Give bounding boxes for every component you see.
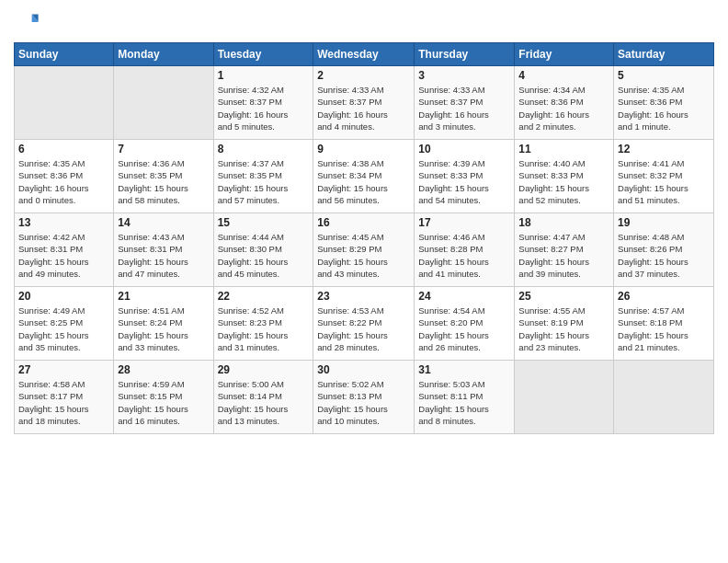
logo-icon [14, 9, 40, 35]
day-info: Sunrise: 4:32 AM Sunset: 8:37 PM Dayligh… [218, 84, 310, 132]
day-number: 4 [518, 69, 609, 82]
day-info: Sunrise: 4:36 AM Sunset: 8:35 PM Dayligh… [118, 157, 209, 206]
day-cell: 14Sunrise: 4:43 AM Sunset: 8:31 PM Dayli… [114, 213, 213, 287]
day-number: 29 [218, 363, 310, 376]
day-number: 28 [118, 363, 209, 376]
day-number: 11 [518, 143, 609, 155]
day-number: 14 [118, 216, 209, 229]
day-number: 30 [317, 363, 410, 376]
day-info: Sunrise: 4:51 AM Sunset: 8:24 PM Dayligh… [118, 304, 209, 353]
day-number: 16 [317, 216, 410, 229]
day-cell [114, 66, 213, 140]
day-info: Sunrise: 4:53 AM Sunset: 8:22 PM Dayligh… [317, 304, 410, 353]
day-cell: 17Sunrise: 4:46 AM Sunset: 8:28 PM Dayli… [415, 213, 515, 287]
day-info: Sunrise: 4:35 AM Sunset: 8:36 PM Dayligh… [18, 157, 109, 206]
day-number: 26 [618, 290, 710, 303]
day-info: Sunrise: 4:54 AM Sunset: 8:20 PM Dayligh… [418, 304, 510, 353]
day-info: Sunrise: 4:33 AM Sunset: 8:37 PM Dayligh… [317, 84, 410, 132]
day-cell: 28Sunrise: 4:59 AM Sunset: 8:15 PM Dayli… [114, 361, 213, 434]
day-cell: 13Sunrise: 4:42 AM Sunset: 8:31 PM Dayli… [15, 213, 114, 287]
day-number: 3 [418, 69, 510, 82]
day-info: Sunrise: 5:00 AM Sunset: 8:14 PM Dayligh… [218, 378, 310, 427]
day-cell: 25Sunrise: 4:55 AM Sunset: 8:19 PM Dayli… [515, 287, 614, 361]
day-info: Sunrise: 4:40 AM Sunset: 8:33 PM Dayligh… [518, 157, 609, 206]
day-number: 8 [218, 143, 310, 155]
column-header-tuesday: Tuesday [213, 43, 313, 66]
day-info: Sunrise: 4:55 AM Sunset: 8:19 PM Dayligh… [518, 304, 609, 353]
day-info: Sunrise: 4:38 AM Sunset: 8:34 PM Dayligh… [317, 157, 410, 206]
day-cell: 21Sunrise: 4:51 AM Sunset: 8:24 PM Dayli… [114, 287, 213, 361]
day-number: 22 [218, 290, 310, 303]
day-cell: 3Sunrise: 4:33 AM Sunset: 8:37 PM Daylig… [415, 66, 515, 140]
column-header-wednesday: Wednesday [313, 43, 415, 66]
day-info: Sunrise: 4:42 AM Sunset: 8:31 PM Dayligh… [18, 231, 109, 280]
logo [14, 9, 43, 35]
day-info: Sunrise: 4:33 AM Sunset: 8:37 PM Dayligh… [418, 84, 510, 132]
day-number: 13 [18, 216, 109, 229]
day-cell: 27Sunrise: 4:58 AM Sunset: 8:17 PM Dayli… [15, 361, 114, 434]
day-info: Sunrise: 4:46 AM Sunset: 8:28 PM Dayligh… [418, 231, 510, 280]
day-number: 17 [418, 216, 510, 229]
day-number: 27 [18, 363, 109, 376]
day-cell: 5Sunrise: 4:35 AM Sunset: 8:36 PM Daylig… [614, 66, 714, 140]
day-number: 24 [418, 290, 510, 303]
day-cell: 30Sunrise: 5:02 AM Sunset: 8:13 PM Dayli… [313, 361, 415, 434]
day-cell: 29Sunrise: 5:00 AM Sunset: 8:14 PM Dayli… [213, 361, 313, 434]
day-cell: 7Sunrise: 4:36 AM Sunset: 8:35 PM Daylig… [114, 140, 213, 213]
day-number: 12 [618, 143, 710, 155]
week-row-3: 13Sunrise: 4:42 AM Sunset: 8:31 PM Dayli… [15, 213, 714, 287]
day-info: Sunrise: 4:44 AM Sunset: 8:30 PM Dayligh… [218, 231, 310, 280]
day-number: 19 [618, 216, 710, 229]
day-number: 10 [418, 143, 510, 155]
day-number: 1 [218, 69, 310, 82]
day-info: Sunrise: 4:34 AM Sunset: 8:36 PM Dayligh… [518, 84, 609, 132]
day-cell: 2Sunrise: 4:33 AM Sunset: 8:37 PM Daylig… [313, 66, 415, 140]
day-cell: 11Sunrise: 4:40 AM Sunset: 8:33 PM Dayli… [515, 140, 614, 213]
column-header-monday: Monday [114, 43, 213, 66]
day-number: 23 [317, 290, 410, 303]
day-number: 25 [518, 290, 609, 303]
day-info: Sunrise: 4:48 AM Sunset: 8:26 PM Dayligh… [618, 231, 710, 280]
day-info: Sunrise: 4:52 AM Sunset: 8:23 PM Dayligh… [218, 304, 310, 353]
day-cell: 1Sunrise: 4:32 AM Sunset: 8:37 PM Daylig… [213, 66, 313, 140]
day-number: 7 [118, 143, 209, 155]
day-info: Sunrise: 4:45 AM Sunset: 8:29 PM Dayligh… [317, 231, 410, 280]
day-info: Sunrise: 5:03 AM Sunset: 8:11 PM Dayligh… [418, 378, 510, 427]
day-info: Sunrise: 4:57 AM Sunset: 8:18 PM Dayligh… [618, 304, 710, 353]
day-info: Sunrise: 4:35 AM Sunset: 8:36 PM Dayligh… [618, 84, 710, 132]
day-number: 6 [18, 143, 109, 155]
day-number: 9 [317, 143, 410, 155]
day-cell [614, 361, 714, 434]
day-cell: 23Sunrise: 4:53 AM Sunset: 8:22 PM Dayli… [313, 287, 415, 361]
week-row-2: 6Sunrise: 4:35 AM Sunset: 8:36 PM Daylig… [15, 140, 714, 213]
day-info: Sunrise: 4:37 AM Sunset: 8:35 PM Dayligh… [218, 157, 310, 206]
week-row-4: 20Sunrise: 4:49 AM Sunset: 8:25 PM Dayli… [15, 287, 714, 361]
day-cell: 9Sunrise: 4:38 AM Sunset: 8:34 PM Daylig… [313, 140, 415, 213]
day-number: 2 [317, 69, 410, 82]
calendar-body: 1Sunrise: 4:32 AM Sunset: 8:37 PM Daylig… [15, 66, 714, 434]
day-cell [15, 66, 114, 140]
header [14, 9, 714, 35]
week-row-1: 1Sunrise: 4:32 AM Sunset: 8:37 PM Daylig… [15, 66, 714, 140]
day-cell: 26Sunrise: 4:57 AM Sunset: 8:18 PM Dayli… [614, 287, 714, 361]
day-number: 31 [418, 363, 510, 376]
column-header-thursday: Thursday [415, 43, 515, 66]
week-row-5: 27Sunrise: 4:58 AM Sunset: 8:17 PM Dayli… [15, 361, 714, 434]
header-row: SundayMondayTuesdayWednesdayThursdayFrid… [15, 43, 714, 66]
day-cell: 19Sunrise: 4:48 AM Sunset: 8:26 PM Dayli… [614, 213, 714, 287]
day-info: Sunrise: 4:59 AM Sunset: 8:15 PM Dayligh… [118, 378, 209, 427]
day-cell: 16Sunrise: 4:45 AM Sunset: 8:29 PM Dayli… [313, 213, 415, 287]
day-number: 21 [118, 290, 209, 303]
day-cell [515, 361, 614, 434]
column-header-sunday: Sunday [15, 43, 114, 66]
day-info: Sunrise: 4:39 AM Sunset: 8:33 PM Dayligh… [418, 157, 510, 206]
calendar-page: SundayMondayTuesdayWednesdayThursdayFrid… [0, 0, 728, 563]
calendar-header: SundayMondayTuesdayWednesdayThursdayFrid… [15, 43, 714, 66]
day-cell: 18Sunrise: 4:47 AM Sunset: 8:27 PM Dayli… [515, 213, 614, 287]
day-number: 15 [218, 216, 310, 229]
day-cell: 22Sunrise: 4:52 AM Sunset: 8:23 PM Dayli… [213, 287, 313, 361]
day-info: Sunrise: 4:47 AM Sunset: 8:27 PM Dayligh… [518, 231, 609, 280]
day-number: 18 [518, 216, 609, 229]
day-info: Sunrise: 4:43 AM Sunset: 8:31 PM Dayligh… [118, 231, 209, 280]
day-cell: 8Sunrise: 4:37 AM Sunset: 8:35 PM Daylig… [213, 140, 313, 213]
